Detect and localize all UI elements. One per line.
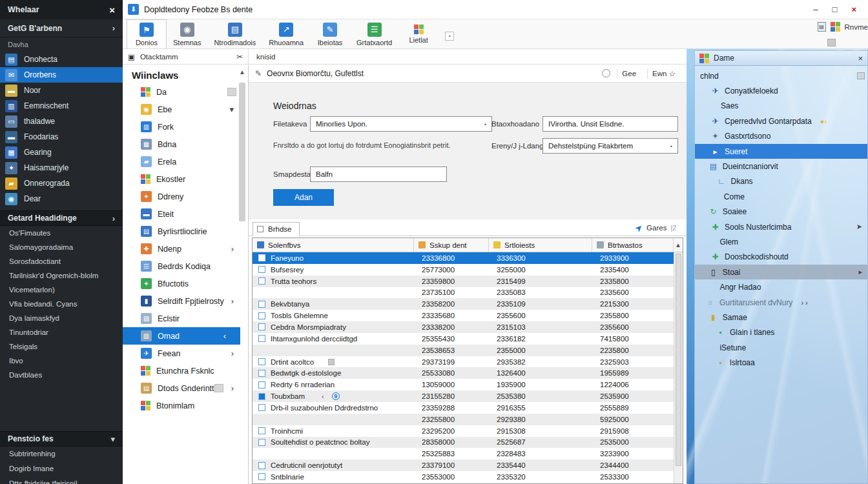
maximize-button[interactable]: □ [832, 5, 838, 14]
sidebar-item[interactable]: Dogirb Imane [0, 461, 123, 476]
ribbon-button[interactable]: ▤Ntrodimadois [207, 19, 262, 48]
panel-tree-item[interactable]: ▯Stoai▸ [695, 265, 867, 279]
table-row[interactable]: Drtint acoltco2937319929353822325903 [253, 356, 674, 368]
scrollbar-thumb[interactable] [676, 254, 681, 466]
table-row[interactable]: Ihtamxgunlohd dercciidtgd253554302336182… [253, 333, 674, 345]
scissors-icon[interactable]: ✂ [236, 52, 243, 61]
tree-item[interactable]: ▥Fork [123, 118, 248, 136]
status-circle-icon[interactable] [602, 69, 610, 77]
row-checkbox[interactable] [258, 370, 265, 377]
sidebar-item[interactable]: ▭thaladwe [0, 114, 123, 129]
scroll-up-icon[interactable]: ▲ [674, 241, 683, 248]
tree-item[interactable]: ▤Byrlisrtlioclirie [123, 223, 248, 240]
panel-tree-item[interactable]: Saes [695, 99, 867, 114]
ribbon-button[interactable]: ◉Stemnas [167, 19, 207, 48]
table-row[interactable]: Faneyuno2333680033363002933900 [253, 252, 674, 264]
sidebar-item[interactable]: Vicemetarlon) [0, 283, 123, 297]
checkbox-icon[interactable] [227, 88, 236, 96]
row-checkbox[interactable] [258, 439, 265, 446]
table-row[interactable]: Cedruticnil oenrjotutyt23379100233544023… [253, 459, 674, 471]
ribbon-button[interactable]: Lietlat [398, 19, 439, 48]
sidebar-item[interactable]: Telsigals [0, 339, 123, 354]
row-checkbox[interactable] [258, 393, 265, 400]
tree-item[interactable]: ▤Dtods Gnderintt› [123, 379, 248, 397]
sidebar-item[interactable]: ▬Noor [0, 83, 123, 98]
tab-browse[interactable]: Brhdse [253, 222, 300, 236]
panel-tree-item[interactable]: Come [695, 189, 867, 204]
tree-item[interactable]: ✦Ddreny [123, 188, 248, 205]
sidebar-item[interactable]: ✉Ororbens [0, 67, 123, 83]
table-scrollbar[interactable] [674, 252, 683, 483]
breadcrumb[interactable]: ▣ Otacktamm ✂ [123, 49, 249, 64]
sidebar-item[interactable]: Dya laimaskfyd [0, 311, 123, 325]
mini-toolbar-button[interactable]: • [445, 32, 454, 41]
column-header[interactable]: Sskup dent [414, 238, 489, 252]
row-checkbox[interactable] [258, 427, 265, 434]
sidebar-item[interactable]: ▦Gearing [0, 145, 123, 160]
panel-tree-item[interactable]: ✚Sools Nusterlcimba➤ [695, 219, 867, 234]
panel-tree-item[interactable]: ▤Dueintcnaniorvit [695, 159, 867, 174]
panel-corner-icon[interactable] [857, 72, 865, 79]
table-row[interactable]: 2325580029293805925000 [253, 414, 674, 425]
table-row[interactable]: Trutta teohors2335980023154992335800 [253, 276, 674, 287]
tree-item[interactable]: ▮Selrdift Fpjtielrosty› [123, 292, 248, 310]
scrollbar-thumb[interactable] [239, 83, 245, 221]
sidebar-item[interactable]: Tarilniskr'd Ogremich-blolm [0, 268, 123, 283]
row-checkbox[interactable] [258, 312, 265, 319]
panel-tree-item[interactable]: Glem [695, 234, 867, 249]
tab-checkbox[interactable] [257, 226, 264, 232]
panel-tree-item[interactable]: chlnd [695, 68, 867, 83]
table-row[interactable]: Troinhcmi2329520029153082915908 [253, 425, 674, 437]
panel-tree-item[interactable]: iSetune [695, 340, 867, 355]
sidebar-item-top[interactable]: GetG B'arbenn › [0, 19, 123, 37]
ribbon-right-label[interactable]: Rnvme [845, 23, 868, 31]
table-row[interactable]: Redrty 6 nrraderian130590001935900122400… [253, 379, 674, 390]
table-row[interactable]: 2373510023350832335600 [253, 287, 674, 299]
table-row[interactable]: Drb-il suzabouhlen Ddrdredstrno923359288… [253, 402, 674, 414]
table-row[interactable]: Bufsesrey2577300032550002335400 [253, 264, 674, 276]
row-checkbox[interactable] [258, 381, 265, 388]
right-panel-close-icon[interactable]: × [858, 54, 863, 63]
tree-item[interactable]: ✚Ndenp› [123, 240, 248, 257]
ribbon-button[interactable]: ✎Ibeiotas [310, 19, 350, 48]
column-header[interactable]: Srtloiests [489, 238, 592, 252]
panel-tree-item[interactable]: ▪lslrtoaa [695, 355, 867, 370]
column-header[interactable]: Btrtwastos [592, 238, 674, 252]
row-checkbox[interactable] [258, 404, 265, 411]
panel-tree-item[interactable]: ▪Glain i tlanes [695, 325, 867, 340]
ribbon-button[interactable]: ⚑Donios [127, 19, 167, 48]
tree-item[interactable]: ⊢▥Omad‹ [123, 327, 240, 345]
sidebar-item[interactable]: ▰Onnerograda [0, 176, 123, 191]
table-row[interactable]: Soultehdist o peatctnoc boltay2835800025… [253, 437, 674, 449]
table-row[interactable]: 2353865323550002235800 [253, 345, 674, 356]
row-checkbox[interactable] [258, 335, 265, 342]
windows-logo-icon[interactable] [831, 22, 840, 32]
tree-item[interactable]: Etunchra Fsknlc [123, 362, 248, 379]
panel-tree-item[interactable]: ▸Sueret [695, 144, 867, 159]
panel-tree-item[interactable]: ✚Doosbckodishoutd [695, 250, 867, 265]
table-row[interactable]: Sntblnarie2355300023353202533300 [253, 471, 674, 483]
panel-tree-item[interactable]: ✈Conyatkfeloekd [695, 83, 867, 98]
table-row[interactable]: Tosbls Ghelemne2333568023556002355800 [253, 310, 674, 321]
sidebar-item[interactable]: ◉Dear [0, 191, 123, 207]
tree-item[interactable]: ✈Feean› [123, 345, 248, 362]
panel-tree-item[interactable]: ✦Gastxrtdsono [695, 129, 867, 144]
sidebar-section-2[interactable]: Getard Headidinge › [0, 210, 123, 226]
tree-scrollbar[interactable]: ▲ [238, 68, 246, 480]
table-row[interactable]: Cebdra Morsmpiadraty23338200231510323556… [253, 321, 674, 333]
row-checkbox[interactable] [258, 323, 265, 330]
field1-select[interactable]: Minorlies Upon. ▪ [310, 116, 492, 132]
table-row[interactable]: Bedwtgk d-estolsloge25533080132640019559… [253, 367, 674, 379]
sidebar-item[interactable]: ▤Onohecta [0, 52, 123, 67]
row-checkbox[interactable] [258, 358, 265, 365]
sidebar-item[interactable]: Os'Fimautes [0, 226, 123, 240]
sidebar-item[interactable]: Dtts fhidsiire tfeirisnil [0, 476, 123, 484]
sidebar-item[interactable]: Ibvo [0, 354, 123, 368]
field4-input[interactable]: Balfn [310, 166, 447, 182]
sidebar-item[interactable]: Tinuntodriar [0, 325, 123, 339]
sidebar-item[interactable]: Salomaygoradaima [0, 240, 123, 254]
sidebar-item[interactable]: Vfia biedandi. Cyans [0, 297, 123, 311]
header-button-1[interactable]: Gee [617, 69, 641, 78]
tree-item[interactable]: ▬Eteit [123, 205, 248, 223]
ribbon-button[interactable]: ↗Rhuoamna [262, 19, 310, 48]
